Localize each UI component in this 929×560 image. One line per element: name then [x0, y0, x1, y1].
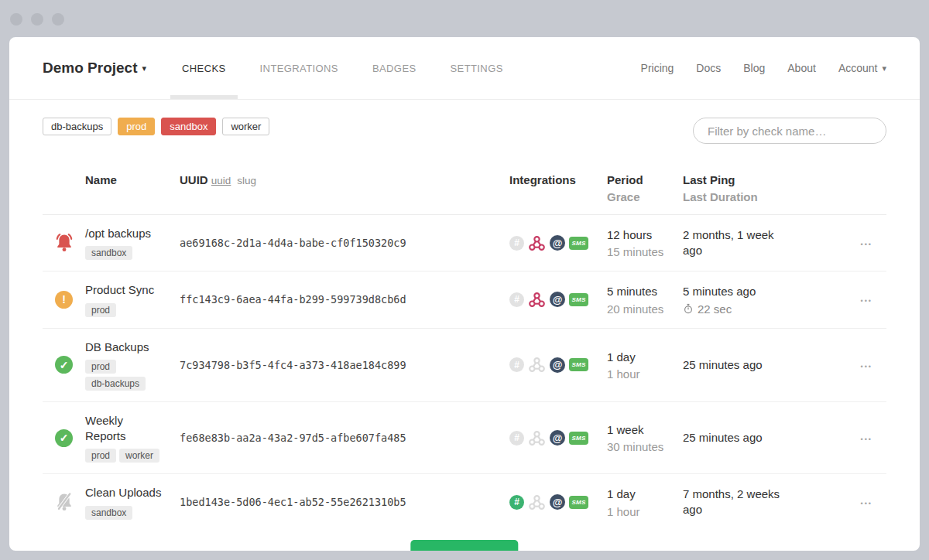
period-value: 5 minutes [607, 284, 683, 299]
last-ping-cell: 2 months, 1 week ago [683, 227, 799, 259]
check-name-filter-input[interactable] [693, 118, 886, 144]
chevron-down-icon: ▾ [882, 63, 886, 73]
tag-filter-sandbox[interactable]: sandbox [161, 118, 216, 135]
tag-filter-prod[interactable]: prod [118, 118, 155, 135]
stopwatch-icon [683, 303, 694, 314]
slack-icon[interactable]: # [509, 357, 524, 372]
sms-icon[interactable]: SMS [569, 358, 588, 371]
check-name[interactable]: DB Backups [85, 340, 163, 355]
last-ping-value: 25 minutes ago [683, 430, 791, 446]
table-row: ✓ DB Backups prod db-backups 7c934798-b3… [43, 329, 886, 402]
check-tag[interactable]: db-backups [85, 377, 146, 391]
period-cell: 1 day 1 hour [607, 487, 683, 517]
slack-icon[interactable]: # [509, 292, 524, 307]
slack-icon[interactable]: # [509, 495, 524, 510]
last-ping-value: 5 minutes ago [683, 284, 791, 299]
tab-badges[interactable]: BADGES [361, 37, 428, 99]
tab-settings[interactable]: SETTINGS [439, 37, 515, 99]
checks-table: Name UUID uuid slug Integrations Period … [43, 173, 886, 531]
check-tag[interactable]: sandbox [85, 246, 132, 260]
check-tag[interactable]: prod [85, 303, 116, 317]
table-row: ! Product Sync prod ffc143c9-6aea-44fa-b… [43, 271, 886, 328]
check-name[interactable]: Product Sync [85, 282, 163, 298]
period-cell: 1 week 30 minutes [607, 422, 683, 453]
grace-value: 1 hour [607, 505, 683, 518]
window-close-button[interactable] [10, 13, 22, 26]
column-header-last-duration: Last Duration [683, 190, 799, 203]
check-name[interactable]: /opt backups [85, 226, 163, 241]
main-tabs: CHECKS INTEGRATIONS BADGES SETTINGS [165, 37, 520, 99]
check-tag[interactable]: prod [85, 360, 116, 374]
table-row: ✓ Weekly Reports prod worker fe68e83b-aa… [43, 402, 886, 475]
tab-integrations[interactable]: INTEGRATIONS [249, 37, 350, 99]
integrations-cell: # @ SMS [509, 234, 607, 252]
sms-icon[interactable]: SMS [569, 293, 588, 306]
webhook-icon[interactable] [528, 429, 546, 447]
check-tag[interactable]: sandbox [85, 506, 132, 520]
row-menu-button[interactable]: ••• [861, 241, 872, 248]
email-icon[interactable]: @ [550, 430, 565, 446]
sms-icon[interactable]: SMS [569, 496, 588, 509]
column-header-grace: Grace [607, 190, 683, 203]
last-ping-value: 2 months, 1 week ago [683, 227, 791, 259]
integrations-cell: # @ SMS [509, 291, 607, 309]
email-icon[interactable]: @ [550, 292, 565, 307]
uuid-toggle-link[interactable]: uuid [211, 175, 231, 186]
webhook-icon[interactable] [528, 291, 546, 309]
nav-link-about[interactable]: About [787, 62, 816, 74]
chevron-down-icon: ▾ [142, 63, 146, 73]
email-icon[interactable]: @ [550, 357, 565, 373]
last-duration-value: 22 sec [683, 302, 791, 316]
webhook-icon[interactable] [528, 493, 546, 511]
last-ping-cell: 5 minutes ago 22 sec [683, 284, 799, 315]
tag-filter-worker[interactable]: worker [222, 118, 269, 135]
filter-bar: db-backups prod sandbox worker [43, 118, 886, 144]
window-controls [10, 13, 64, 26]
sms-icon[interactable]: SMS [569, 237, 588, 250]
table-header: Name UUID uuid slug Integrations Period … [43, 173, 886, 215]
check-name[interactable]: Clean Uploads [85, 485, 163, 500]
check-name[interactable]: Weekly Reports [85, 413, 163, 445]
nav-link-blog[interactable]: Blog [743, 62, 765, 74]
check-tag[interactable]: worker [119, 449, 159, 463]
add-check-button[interactable]: Add Check [410, 540, 518, 551]
app-window: Demo Project ▾ CHECKS INTEGRATIONS BADGE… [9, 37, 920, 551]
app-header: Demo Project ▾ CHECKS INTEGRATIONS BADGE… [9, 37, 920, 100]
project-switcher[interactable]: Demo Project ▾ [43, 37, 146, 99]
check-uuid: 7c934798-b3f5-4fc4-a373-418ae184c899 [180, 359, 509, 371]
check-uuid: ffc143c9-6aea-44fa-b299-599739d8cb6d [180, 293, 509, 306]
tag-filters: db-backups prod sandbox worker [43, 118, 269, 135]
row-menu-button[interactable]: ••• [861, 435, 872, 443]
nav-link-pricing[interactable]: Pricing [641, 62, 674, 74]
account-menu[interactable]: Account ▾ [838, 62, 886, 74]
status-up-icon: ✓ [55, 429, 73, 447]
tag-filter-db-backups[interactable]: db-backups [43, 118, 111, 135]
row-menu-button[interactable]: ••• [861, 297, 872, 305]
last-ping-value: 7 months, 2 weeks ago [683, 487, 791, 518]
window-minimize-button[interactable] [31, 13, 43, 26]
window-zoom-button[interactable] [52, 13, 64, 26]
slack-icon[interactable]: # [509, 236, 524, 251]
column-header-name: Name [85, 173, 180, 186]
webhook-icon[interactable] [528, 234, 546, 252]
status-down-bell-icon [53, 232, 75, 254]
email-icon[interactable]: @ [550, 494, 565, 510]
desktop-background: Demo Project ▾ CHECKS INTEGRATIONS BADGE… [0, 0, 929, 560]
check-tag[interactable]: prod [85, 449, 116, 463]
row-menu-button[interactable]: ••• [861, 363, 872, 370]
period-cell: 12 hours 15 minutes [607, 227, 683, 258]
grace-value: 15 minutes [607, 245, 683, 258]
tab-checks[interactable]: CHECKS [170, 37, 238, 99]
column-header-uuid: UUID uuid slug [180, 173, 509, 186]
email-icon[interactable]: @ [550, 235, 565, 251]
row-menu-button[interactable]: ••• [861, 500, 872, 507]
last-ping-cell: 7 months, 2 weeks ago [683, 487, 799, 518]
sms-icon[interactable]: SMS [569, 432, 588, 445]
grace-value: 1 hour [607, 367, 683, 381]
nav-link-docs[interactable]: Docs [696, 62, 721, 74]
status-late-icon: ! [55, 291, 73, 309]
slug-toggle-link[interactable]: slug [237, 175, 256, 186]
slack-icon[interactable]: # [509, 431, 524, 446]
period-value: 1 day [607, 350, 683, 365]
webhook-icon[interactable] [528, 356, 546, 374]
